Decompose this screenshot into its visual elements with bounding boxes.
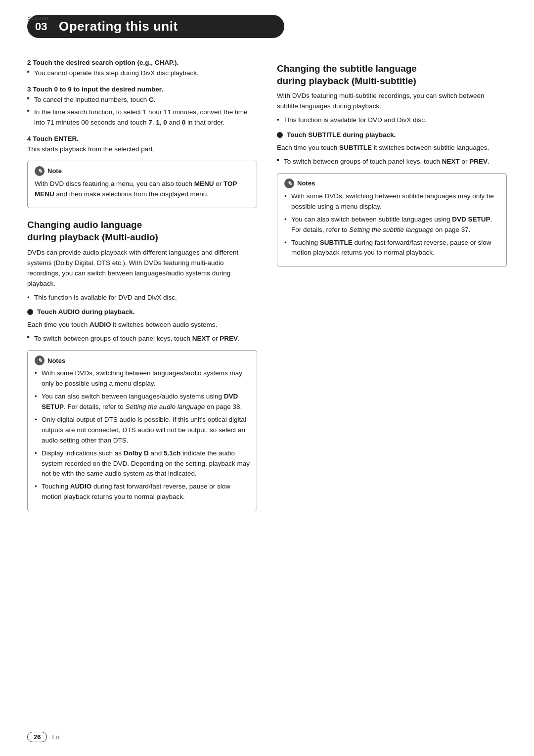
multi-subtitle-notes-box: ✎ Notes With some DVDs, switching betwee… [277, 173, 507, 267]
multi-audio-note-4: Display indications such as Dolby D and … [35, 448, 250, 480]
step3-heading: 3 Touch 0 to 9 to input the desired numb… [27, 86, 257, 93]
touch-subtitle-sub-bullet-1: To switch between groups of touch panel … [277, 157, 507, 167]
circle-icon [27, 309, 33, 315]
step3-bullets: To cancel the inputted numbers, touch C.… [27, 95, 257, 128]
note-box: ✎ Note With DVD discs featuring a menu, … [27, 161, 257, 209]
multi-subtitle-note-2: You can also switch between subtitle lan… [284, 215, 499, 235]
note-header: ✎ Note [35, 166, 250, 176]
step3-bullet-2: In the time search function, to select 1… [27, 107, 257, 128]
step2-bullets: You cannot operate this step during DivX… [27, 68, 257, 79]
touch-audio-heading-row: Touch AUDIO during playback. [27, 308, 257, 317]
page: Section 03 Operating this unit 2 Touch t… [0, 0, 534, 756]
footer: 26 En [27, 732, 507, 742]
multi-subtitle-notes-label: Notes [297, 179, 315, 187]
step4-text: This starts playback from the selected p… [27, 144, 257, 155]
multi-audio-note-2: You can also switch between languages/au… [35, 392, 250, 412]
multi-audio-notes-box: ✎ Notes With some DVDs, switching betwee… [27, 350, 257, 511]
section-label: Section [27, 15, 49, 21]
touch-subtitle-heading: Touch SUBTITLE during playback. [287, 131, 396, 140]
touch-audio-sub-bullet-1: To switch between groups of touch panel … [27, 334, 257, 344]
section-badge: 03 Operating this unit [27, 15, 284, 38]
left-column: 2 Touch the desired search option (e.g.,… [27, 52, 257, 517]
touch-subtitle-heading-row: Touch SUBTITLE during playback. [277, 131, 507, 140]
multi-audio-intro: DVDs can provide audio playback with dif… [27, 248, 257, 289]
multi-subtitle-notes-header: ✎ Notes [284, 178, 499, 188]
page-number: 26 [27, 732, 47, 742]
note-icon: ✎ [35, 166, 44, 176]
multi-audio-heading: Changing audio languageduring playback (… [27, 219, 257, 243]
note-label: Note [47, 167, 62, 175]
multi-audio-notes-icon: ✎ [35, 356, 44, 365]
multi-subtitle-notes-icon: ✎ [284, 178, 294, 188]
multi-audio-note-5: Touching AUDIO during fast forward/fast … [35, 482, 250, 502]
multi-subtitle-notes-list: With some DVDs, switching between subtit… [284, 191, 499, 259]
page-header: 03 Operating this unit [27, 15, 507, 38]
touch-subtitle-text: Each time you touch SUBTITLE it switches… [277, 143, 507, 153]
circle-icon-subtitle [277, 132, 283, 138]
multi-subtitle-bullets: This function is available for DVD and D… [277, 115, 507, 126]
touch-audio-sub-bullets: To switch between groups of touch panel … [27, 334, 257, 344]
touch-audio-heading: Touch AUDIO during playback. [37, 308, 134, 317]
multi-audio-notes-label: Notes [47, 357, 65, 364]
multi-audio-bullet-1: This function is available for DVD and D… [27, 293, 257, 303]
main-content: 2 Touch the desired search option (e.g.,… [27, 52, 507, 517]
step3-bullet-1: To cancel the inputted numbers, touch C. [27, 95, 257, 105]
multi-audio-notes-list: With some DVDs, switching between langua… [35, 368, 250, 502]
multi-audio-note-1: With some DVDs, switching between langua… [35, 368, 250, 389]
step2-heading: 2 Touch the desired search option (e.g.,… [27, 59, 257, 66]
note-text: With DVD discs featuring a menu, you can… [35, 179, 250, 200]
step4-heading: 4 Touch ENTER. [27, 135, 257, 142]
section-number: 03 [35, 20, 51, 33]
section-title: Operating this unit [59, 19, 178, 34]
multi-subtitle-heading: Changing the subtitle languageduring pla… [277, 63, 507, 87]
footer-lang: En [52, 734, 59, 741]
right-column: Changing the subtitle languageduring pla… [277, 52, 507, 517]
step2-note: You cannot operate this step during DivX… [27, 68, 257, 79]
multi-audio-bullets: This function is available for DVD and D… [27, 293, 257, 303]
multi-audio-notes-header: ✎ Notes [35, 356, 250, 365]
touch-audio-text: Each time you touch AUDIO it switches be… [27, 320, 257, 330]
multi-audio-note-3: Only digital output of DTS audio is poss… [35, 415, 250, 446]
multi-subtitle-bullet-1: This function is available for DVD and D… [277, 115, 507, 126]
multi-subtitle-note-3: Touching SUBTITLE during fast forward/fa… [284, 238, 499, 259]
touch-subtitle-sub-bullets: To switch between groups of touch panel … [277, 157, 507, 167]
multi-subtitle-intro: With DVDs featuring multi-subtitle recor… [277, 91, 507, 112]
multi-subtitle-note-1: With some DVDs, switching between subtit… [284, 191, 499, 212]
